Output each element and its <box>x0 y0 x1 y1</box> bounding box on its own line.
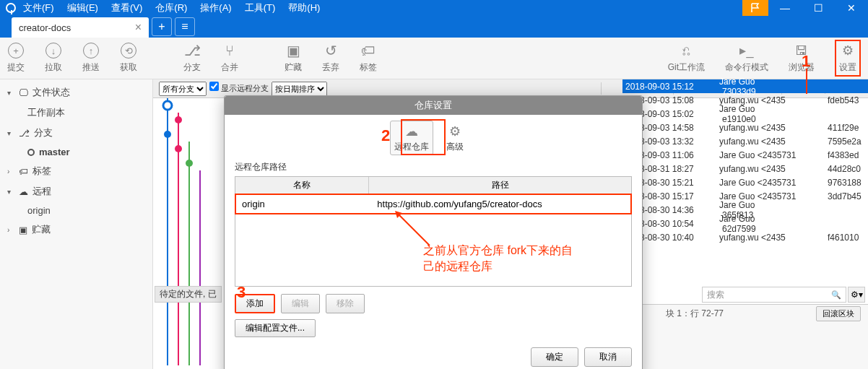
commit-button[interactable]: +提交 <box>7 43 25 74</box>
add-button[interactable]: 添加 <box>235 294 275 313</box>
commit-graph <box>153 98 225 365</box>
edit-button[interactable]: 编辑 <box>281 294 320 313</box>
tab-bar: creator-docs × + ≡ <box>0 16 868 38</box>
svg-point-6 <box>164 131 171 138</box>
remote-row[interactable]: origin https://github.com/yufang5/creato… <box>235 194 632 214</box>
menu-tool[interactable]: 工具(T) <box>245 1 276 14</box>
svg-point-5 <box>175 116 182 123</box>
menu-action[interactable]: 操作(A) <box>200 1 231 14</box>
commit-row[interactable]: 2018-08-30 15:21Jare Guo <24357319763188 <box>622 175 868 189</box>
app-logo-icon <box>6 3 16 13</box>
branch-icon: ⎇ <box>184 43 200 58</box>
menu-repo[interactable]: 仓库(R) <box>155 1 187 14</box>
commit-row[interactable]: 2018-09-03 11:06Jare Guo <2435731f4383ed <box>622 148 868 162</box>
gitflow-icon: ⎌ <box>678 43 694 58</box>
dot-icon <box>27 149 35 156</box>
cancel-button[interactable]: 取消 <box>584 347 632 367</box>
col-path: 路径 <box>369 177 631 194</box>
sidebar-workcopy[interactable]: 工作副本 <box>0 103 152 123</box>
svg-point-8 <box>186 160 193 167</box>
remove-button[interactable]: 移除 <box>326 294 365 313</box>
push-button[interactable]: ↑推送 <box>82 43 100 74</box>
tag-button[interactable]: 🏷标签 <box>360 43 377 74</box>
tab-menu-button[interactable]: ≡ <box>175 17 195 36</box>
repo-tab[interactable]: creator-docs × <box>12 17 149 38</box>
gitflow-button[interactable]: ⎌Git工作流 <box>668 43 705 74</box>
menu-view[interactable]: 查看(V) <box>111 1 142 14</box>
menu-help[interactable]: 帮助(H) <box>288 1 320 14</box>
tab-advanced[interactable]: ⚙ 高级 <box>433 121 477 155</box>
tag-icon: 🏷 <box>19 166 28 177</box>
window-close[interactable]: ✕ <box>835 0 868 16</box>
list-settings-button[interactable]: ⚙▾ <box>848 287 865 303</box>
stash-button[interactable]: ▣贮藏 <box>285 43 302 74</box>
settings-button[interactable]: ⚙设置 <box>835 40 861 77</box>
commit-row[interactable]: 2018-08-30 10:54Jare Guo 62d7599 <box>622 217 868 230</box>
browser-button[interactable]: 🖫浏览器 <box>789 43 815 74</box>
terminal-icon: ▸_ <box>739 43 755 58</box>
commit-row[interactable]: 2018-09-03 14:58yufang.wu <2435411f29e <box>622 121 868 134</box>
commit-row[interactable]: 2018-08-30 10:40yufang.wu <2435f461010 <box>622 230 868 244</box>
discard-icon: ↺ <box>323 43 339 58</box>
toolbar: +提交 ↓拉取 ↑推送 ⟲获取 ⎇分支 ⑂合并 ▣贮藏 ↺丢弃 🏷标签 ⎌Git… <box>0 38 868 79</box>
staged-files-label: 待定的文件, 已 <box>155 286 222 303</box>
commit-row[interactable]: 2018-09-03 15:12Jare Guo 73033d9 <box>622 79 868 93</box>
save-icon: 🖫 <box>794 43 810 58</box>
window-minimize[interactable]: — <box>768 0 802 16</box>
commit-row[interactable]: 2018-09-03 15:02Jare Guo e1910e0 <box>622 107 868 121</box>
remote-path: https://github.com/yufang5/creator-docs <box>371 195 630 213</box>
stash-icon: ▣ <box>19 225 27 235</box>
search-input[interactable]: 搜索 <box>702 287 846 303</box>
edit-config-button[interactable]: 编辑配置文件... <box>235 319 316 337</box>
sidebar-filestatus[interactable]: ▾🖵文件状态 <box>0 82 152 103</box>
remote-name: origin <box>236 195 371 213</box>
tab-remote[interactable]: ☁ 远程仓库 <box>390 121 433 155</box>
sidebar-branches[interactable]: ▾⎇分支 <box>0 123 152 143</box>
branch-button[interactable]: ⎇分支 <box>183 43 201 74</box>
commit-row[interactable]: 2018-09-03 13:32yufang.wu <24357595e2a <box>622 134 868 148</box>
sidebar-remotes[interactable]: ▾☁远程 <box>0 181 152 201</box>
merge-icon: ⑂ <box>222 43 238 58</box>
repo-settings-dialog: 仓库设置 ☁ 远程仓库 ⚙ 高级 远程仓库路径 名称 路径 origin htt… <box>224 95 643 369</box>
stash-icon: ▣ <box>285 43 301 58</box>
up-icon: ↑ <box>83 43 99 58</box>
window-maximize[interactable]: ☐ <box>802 0 835 16</box>
monitor-icon: 🖵 <box>19 87 28 98</box>
menu-edit[interactable]: 编辑(E) <box>67 1 98 14</box>
ok-button[interactable]: 确定 <box>531 347 578 367</box>
sidebar-master[interactable]: master <box>0 143 152 161</box>
cloud-icon: ☁ <box>19 186 28 197</box>
fetch-button[interactable]: ⟲获取 <box>120 43 137 74</box>
dialog-title: 仓库设置 <box>225 96 642 115</box>
discard-button[interactable]: ↺丢弃 <box>322 43 339 74</box>
fetch-icon: ⟲ <box>121 43 136 58</box>
sort-filter[interactable]: 按日期排序 <box>272 82 327 96</box>
tab-label: creator-docs <box>19 22 71 33</box>
revert-hunk-button[interactable]: 回滚区块 <box>816 306 861 321</box>
sidebar: ▾🖵文件状态 工作副本 ▾⎇分支 master ›🏷标签 ▾☁远程 origin… <box>0 79 153 369</box>
menu-file[interactable]: 文件(F) <box>23 1 54 14</box>
cli-button[interactable]: ▸_命令行模式 <box>725 43 768 74</box>
merge-button[interactable]: ⑂合并 <box>221 43 238 74</box>
sidebar-tags[interactable]: ›🏷标签 <box>0 161 152 181</box>
main-menu: 文件(F) 编辑(E) 查看(V) 仓库(R) 操作(A) 工具(T) 帮助(H… <box>23 1 320 14</box>
branch-filter[interactable]: 所有分支 <box>159 82 207 96</box>
branch-icon: ⎇ <box>19 128 30 139</box>
new-tab-button[interactable]: + <box>152 17 172 36</box>
commit-row[interactable]: 2018-08-31 18:27yufang.wu <243544d28c0 <box>622 162 868 175</box>
remote-path-label: 远程仓库路径 <box>235 161 632 173</box>
flag-icon[interactable] <box>742 0 768 16</box>
cloud-icon: ☁ <box>405 123 418 139</box>
tab-close-icon[interactable]: × <box>135 21 142 34</box>
down-icon: ↓ <box>45 43 61 58</box>
gear-icon: ⚙ <box>449 123 461 139</box>
gear-icon: ⚙ <box>840 43 856 58</box>
show-remote-checkbox[interactable]: 显示远程分支 <box>209 82 269 96</box>
pull-button[interactable]: ↓拉取 <box>45 43 62 74</box>
sidebar-origin[interactable]: origin <box>0 201 152 220</box>
tag-icon: 🏷 <box>360 43 376 58</box>
svg-point-7 <box>175 145 182 152</box>
plus-icon: + <box>8 43 24 58</box>
hunk-info: 块 1：行 72-77 <box>666 308 724 320</box>
sidebar-stashes[interactable]: ›▣贮藏 <box>0 220 152 240</box>
